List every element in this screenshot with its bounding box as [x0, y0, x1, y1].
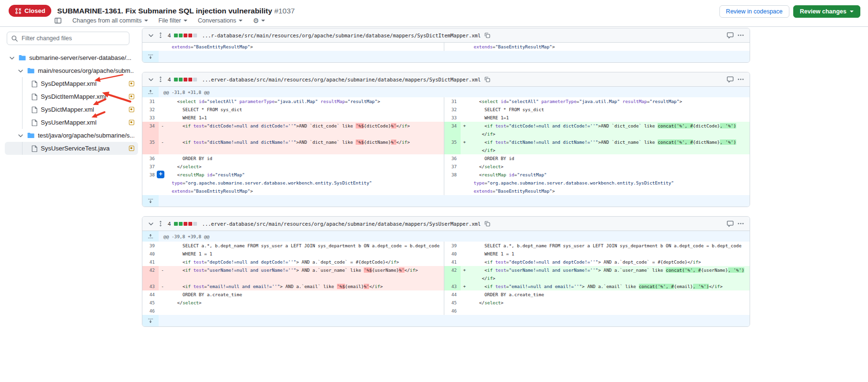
- review-in-codespace-button[interactable]: Review in codespace: [719, 5, 789, 18]
- expand-down-button[interactable]: [142, 195, 159, 207]
- diff-row: 44 ORDER BY a.create_time44 ORDER BY a.c…: [142, 290, 750, 299]
- tree-file-row[interactable]: SysUserMapper.xml: [5, 116, 138, 129]
- chevron-down-icon[interactable]: [9, 55, 15, 61]
- line-number[interactable]: 32: [444, 105, 461, 114]
- drag-handle-icon[interactable]: [158, 32, 163, 38]
- gear-icon: ⚙: [253, 17, 259, 24]
- code-cell: </select>: [166, 162, 444, 171]
- kebab-menu-icon[interactable]: [737, 32, 744, 39]
- tree-folder-row[interactable]: main/resources/org/apache/subm...: [5, 64, 138, 77]
- line-number[interactable]: [142, 43, 159, 51]
- kebab-menu-icon[interactable]: [737, 76, 744, 83]
- line-number[interactable]: 34: [142, 122, 159, 138]
- collapse-file-icon[interactable]: [148, 220, 154, 227]
- line-number[interactable]: 39: [444, 242, 461, 250]
- chevron-down-icon: [144, 20, 148, 22]
- line-number[interactable]: 36: [142, 154, 159, 162]
- line-number[interactable]: 34: [444, 122, 461, 138]
- code-cell: SELECT a.*, b.dept_name FROM sys_user a …: [166, 242, 444, 250]
- file-path-link[interactable]: ...erver-database/src/main/resources/org…: [202, 221, 481, 227]
- line-number[interactable]: 42: [142, 266, 159, 282]
- add-comment-button[interactable]: +: [157, 171, 164, 178]
- line-number[interactable]: 38: [142, 171, 159, 195]
- line-number[interactable]: 46: [444, 307, 461, 315]
- copy-path-icon[interactable]: [484, 32, 490, 38]
- line-number[interactable]: 36: [444, 154, 461, 162]
- chevron-down-icon[interactable]: [17, 68, 24, 74]
- diff-row: 38+ <resultMap id="resultMap" type="org.…: [142, 171, 750, 195]
- line-number[interactable]: 33: [444, 114, 461, 122]
- line-number[interactable]: 37: [444, 162, 461, 171]
- folder-icon: [27, 68, 35, 74]
- file-path-link[interactable]: ...r-database/src/main/resources/org/apa…: [202, 33, 481, 38]
- line-number[interactable]: 40: [142, 250, 159, 258]
- tree-file-row[interactable]: SysUserServiceTest.java: [5, 142, 138, 155]
- diff-marker: [461, 97, 468, 105]
- line-number[interactable]: 32: [142, 105, 159, 114]
- diff-row: 32 SELECT * FROM sys_dict32 SELECT * FRO…: [142, 105, 750, 114]
- line-number[interactable]: 35: [142, 138, 159, 154]
- line-number[interactable]: 41: [444, 258, 461, 266]
- file-tree-sidebar: submarine-server/server-database/...main…: [0, 27, 142, 382]
- drag-handle-icon[interactable]: [158, 76, 163, 82]
- comment-icon[interactable]: [727, 32, 734, 39]
- expand-up-button[interactable]: [142, 87, 159, 97]
- line-number[interactable]: 45: [444, 299, 461, 307]
- expand-row: [142, 195, 750, 207]
- line-number[interactable]: 39: [142, 242, 159, 250]
- line-number[interactable]: 43: [142, 282, 159, 290]
- line-number[interactable]: 35: [444, 138, 461, 154]
- line-number[interactable]: 37: [142, 162, 159, 171]
- file-icon: [32, 81, 37, 87]
- chevron-down-icon[interactable]: [17, 132, 24, 139]
- review-changes-label: Review changes: [800, 8, 846, 15]
- expand-up-button[interactable]: [142, 231, 159, 242]
- copy-path-icon[interactable]: [484, 76, 490, 82]
- line-number[interactable]: 46: [142, 307, 159, 315]
- file-filter-dropdown[interactable]: File filter: [159, 17, 187, 24]
- tree-file-row[interactable]: SysDeptMapper.xml: [5, 77, 138, 90]
- comment-icon[interactable]: [727, 76, 734, 83]
- line-number[interactable]: 31: [444, 97, 461, 105]
- tree-folder-row[interactable]: test/java/org/apache/submarine/s...: [5, 129, 138, 142]
- line-number[interactable]: 33: [142, 114, 159, 122]
- review-changes-button[interactable]: Review changes: [793, 5, 860, 18]
- kebab-menu-icon[interactable]: [737, 220, 744, 227]
- diff-row: 37 </select>37 </select>: [142, 162, 750, 171]
- line-number[interactable]: 44: [444, 290, 461, 299]
- file-tree-toggle-icon[interactable]: [54, 17, 62, 24]
- line-number[interactable]: 40: [444, 250, 461, 258]
- tree-folder-row[interactable]: submarine-server/server-database/...: [5, 51, 138, 64]
- diff-settings-dropdown[interactable]: ⚙: [253, 17, 266, 24]
- line-number[interactable]: 44: [142, 290, 159, 299]
- tree-file-row[interactable]: SysDictMapper.xml: [5, 103, 138, 116]
- collapse-file-icon[interactable]: [148, 76, 154, 83]
- comment-icon[interactable]: [727, 220, 734, 227]
- changes-from-dropdown[interactable]: Changes from all commits: [72, 17, 148, 24]
- line-number[interactable]: 42: [444, 266, 461, 282]
- header-actions: Review in codespace Review changes: [719, 5, 860, 18]
- code-cell: </select>: [468, 162, 750, 171]
- expand-down-button[interactable]: [142, 315, 159, 326]
- diff-marker: +: [461, 122, 468, 138]
- collapse-file-icon[interactable]: [148, 32, 154, 39]
- line-number[interactable]: 38: [444, 171, 461, 195]
- line-number[interactable]: 43: [444, 282, 461, 290]
- file-path-link[interactable]: ...erver-database/src/main/resources/org…: [202, 77, 481, 82]
- line-number[interactable]: [444, 43, 461, 51]
- drag-handle-icon[interactable]: [158, 220, 163, 227]
- line-number[interactable]: 41: [142, 258, 159, 266]
- line-number[interactable]: 45: [142, 299, 159, 307]
- diff-left-cell: 31 <select id="selectAll" parameterType=…: [142, 97, 444, 105]
- conversations-dropdown[interactable]: Conversations: [198, 17, 243, 24]
- tree-file-row[interactable]: SysDictItemMapper.xml: [5, 90, 138, 103]
- diff-marker: -: [159, 266, 166, 282]
- copy-path-icon[interactable]: [484, 220, 490, 227]
- expand-down-button[interactable]: [142, 51, 159, 62]
- diff-marker: [461, 105, 468, 114]
- diff-row: 33 WHERE 1=133 WHERE 1=1: [142, 114, 750, 122]
- line-number[interactable]: 31: [142, 97, 159, 105]
- filter-changed-files-input[interactable]: [7, 32, 129, 45]
- code-cell: WHERE 1=1: [166, 114, 444, 122]
- code-cell: extends="BaseEntityResultMap">: [468, 43, 750, 51]
